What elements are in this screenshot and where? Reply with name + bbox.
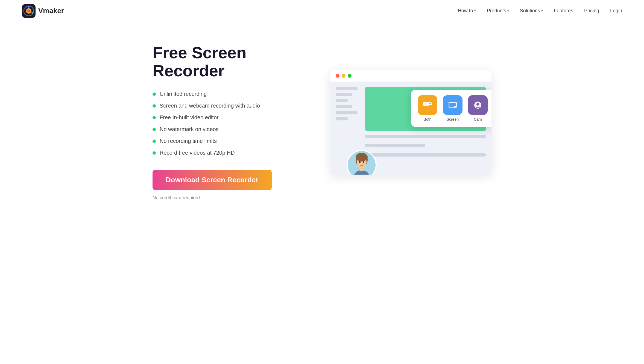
cam-label: Cam [474,117,482,122]
feature-text: No watermark on videos [160,126,219,132]
svg-rect-6 [423,102,429,106]
bullet-icon [153,116,156,119]
browser-content: Both Screen [330,82,491,175]
cam-icon [468,95,488,115]
svg-point-14 [476,103,479,106]
browser-bar [330,70,491,82]
svg-point-5 [31,12,33,14]
screen-icon [443,95,462,115]
avatar-person-icon [349,152,374,175]
download-cta-button[interactable]: Download Screen Recorder [153,170,272,190]
bullet-icon [153,128,156,131]
feature-list: Unlimited recording Screen and webcam re… [153,91,314,156]
feature-text: Screen and webcam recording with audio [160,103,260,109]
list-item: No watermark on videos [153,126,314,132]
list-item: Free In-built video editor [153,114,314,121]
browser-mockup: Both Screen [330,70,491,175]
feature-text: No recording time limits [160,138,217,144]
svg-point-18 [354,170,369,175]
rec-option-screen[interactable]: Screen [443,95,462,122]
feature-text: Record free videos at 720p HD [160,150,235,156]
bullet-icon [153,140,156,143]
chevron-down-icon: ▾ [507,9,509,13]
svg-point-21 [363,161,364,163]
chevron-down-icon: ▾ [474,9,476,13]
feature-text: Unlimited recording [160,91,207,97]
nav-links: How to ▾ Products ▾ Solutions ▾ Features… [458,8,622,14]
list-item: Record free videos at 720p HD [153,150,314,156]
navbar: Vmaker How to ▾ Products ▾ Solutions ▾ F… [0,0,644,22]
content-line [365,153,486,157]
hero-content: Free Screen Recorder Unlimited recording… [153,44,314,201]
svg-point-8 [429,103,431,104]
bullet-icon [153,104,156,108]
svg-point-4 [28,6,30,8]
browser-maximize-dot [348,74,352,78]
both-label: Both [424,117,432,122]
nav-item-how-to[interactable]: How to ▾ [458,8,476,14]
nav-item-products[interactable]: Products ▾ [487,8,509,14]
cta-wrapper: Download Screen Recorder No credit card … [153,170,314,201]
sidebar-line [336,93,352,96]
sidebar-line [336,117,348,120]
browser-close-dot [336,74,339,78]
screen-label: Screen [447,117,459,122]
svg-point-3 [27,10,30,12]
bullet-icon [153,151,156,155]
content-line [365,135,486,138]
logo-text: Vmaker [38,7,64,15]
browser-minimize-dot [342,74,346,78]
both-icon [418,95,437,115]
nav-item-features[interactable]: Features [554,8,573,14]
svg-rect-19 [360,167,364,171]
sidebar-line [336,105,352,108]
vmaker-logo-icon [22,4,36,18]
logo-link[interactable]: Vmaker [22,4,64,18]
nav-item-login[interactable]: Login [610,8,622,14]
bullet-icon [153,93,156,96]
rec-option-both[interactable]: Both [418,95,437,122]
list-item: No recording time limits [153,138,314,144]
recording-options-popup: Both Screen [411,90,491,127]
svg-point-17 [356,153,368,161]
sidebar-line [336,99,348,102]
chevron-down-icon: ▾ [541,9,543,13]
svg-point-12 [455,106,456,108]
hero-visual: Both Screen [330,70,491,175]
nav-item-pricing[interactable]: Pricing [584,8,599,14]
list-item: Screen and webcam recording with audio [153,103,314,109]
sidebar-line [336,111,358,114]
cta-subtext: No credit card required [153,195,200,201]
hero-section: Free Screen Recorder Unlimited recording… [131,22,513,217]
feature-text: Free In-built video editor [160,114,219,121]
hero-title: Free Screen Recorder [153,44,314,80]
list-item: Unlimited recording [153,91,314,97]
sidebar-line [336,87,358,90]
content-line [365,144,425,147]
svg-point-20 [359,161,361,163]
nav-item-solutions[interactable]: Solutions ▾ [520,8,543,14]
rec-option-cam[interactable]: Cam [468,95,488,122]
